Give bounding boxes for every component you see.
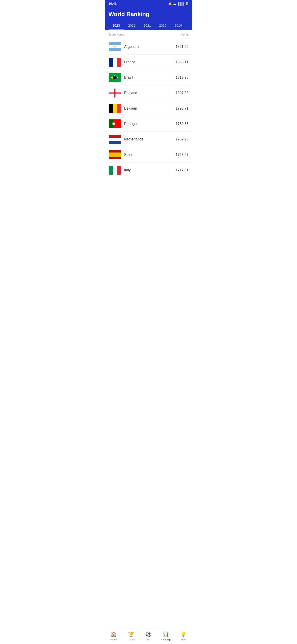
year-tab-2023[interactable]: 2023 xyxy=(109,21,124,30)
notification-icon: 🔔 xyxy=(168,2,172,5)
year-tabs: 202320222021202020192018 xyxy=(109,21,189,30)
points-value: 1739.83 xyxy=(176,122,189,126)
nav-label-ball: Ball xyxy=(146,638,150,641)
home-icon: 🏠 xyxy=(111,632,117,637)
flag-portugal xyxy=(109,120,121,128)
year-tab-2022[interactable]: 2022 xyxy=(124,21,139,30)
trophy-icon: 🏆 xyxy=(128,632,134,637)
status-icons: 🔔 ☁ ▐▐▐ 🔋 xyxy=(168,2,189,5)
year-tab-2021[interactable]: 2021 xyxy=(139,21,155,30)
table-row[interactable]: England1807.88 xyxy=(105,86,192,101)
table-row[interactable]: Netherlands1739.26 xyxy=(105,132,192,147)
nav-item-rankings[interactable]: 📊Rankings xyxy=(157,630,175,642)
points-value: 1739.26 xyxy=(176,137,189,141)
country-name: England xyxy=(124,91,173,95)
country-name: Brazil xyxy=(124,76,173,80)
team-name-header: Team Name xyxy=(109,33,124,36)
column-headers: Team Name Points xyxy=(105,30,192,39)
table-row[interactable]: Argentina1861.29 xyxy=(105,39,192,54)
table-row[interactable]: Belgium1793.71 xyxy=(105,101,192,116)
nav-item-home[interactable]: 🏠Home xyxy=(105,630,122,642)
flag-netherlands xyxy=(109,135,121,144)
status-bar: 10:41 🔔 ☁ ▐▐▐ 🔋 xyxy=(105,0,192,7)
battery-icon: 🔋 xyxy=(185,2,189,5)
nav-item-trophy[interactable]: 🏆Trophy xyxy=(122,630,140,642)
flag-france xyxy=(109,58,121,67)
flag-brazil xyxy=(109,73,121,82)
country-name: Spain xyxy=(124,153,173,157)
country-name: Belgium xyxy=(124,106,173,110)
nav-item-ball[interactable]: ⚽Ball xyxy=(140,630,157,642)
flag-spain xyxy=(109,150,121,159)
points-value: 1861.29 xyxy=(176,45,189,49)
table-row[interactable]: Brazil1812.20 xyxy=(105,70,192,86)
country-name: Portugal xyxy=(124,122,173,126)
flag-england xyxy=(109,88,121,98)
signal-icon: ▐▐▐ xyxy=(177,2,184,5)
nav-label-home: Home xyxy=(110,638,117,641)
year-tab-2019[interactable]: 2019 xyxy=(171,21,186,30)
rankings-list: Argentina1861.29France1853.11Brazil1812.… xyxy=(105,39,192,628)
points-value: 1853.11 xyxy=(176,60,189,64)
page-title: World Ranking xyxy=(109,11,189,21)
status-time: 10:41 xyxy=(109,2,117,5)
points-header: Points xyxy=(180,33,188,36)
table-row[interactable]: Spain1725.97 xyxy=(105,147,192,162)
table-row[interactable]: Portugal1739.83 xyxy=(105,116,192,132)
points-value: 1725.97 xyxy=(176,153,189,157)
table-row[interactable]: France1853.11 xyxy=(105,54,192,70)
rankings-icon: 📊 xyxy=(163,632,169,637)
points-value: 1793.71 xyxy=(176,106,189,110)
table-row[interactable]: Italy1717.81 xyxy=(105,162,192,178)
flag-italy xyxy=(109,166,121,175)
header: World Ranking 202320222021202020192018 xyxy=(105,7,192,30)
points-value: 1717.81 xyxy=(176,168,189,172)
year-tab-2018[interactable]: 2018 xyxy=(186,21,188,30)
nav-label-trophy: Trophy xyxy=(127,638,135,641)
stats-icon: 💡 xyxy=(180,632,186,637)
bottom-nav: 🏠Home🏆Trophy⚽Ball📊Rankings💡Stats xyxy=(105,628,192,644)
year-tab-2020[interactable]: 2020 xyxy=(155,21,171,30)
nav-label-rankings: Rankings xyxy=(161,638,171,641)
country-name: Netherlands xyxy=(124,137,173,141)
points-value: 1812.20 xyxy=(176,76,189,80)
nav-label-stats: Stats xyxy=(181,638,186,641)
ball-icon: ⚽ xyxy=(145,632,152,637)
cloud-icon: ☁ xyxy=(173,2,176,5)
nav-item-stats[interactable]: 💡Stats xyxy=(175,630,192,642)
country-name: France xyxy=(124,60,173,64)
country-name: Italy xyxy=(124,168,173,172)
flag-belgium xyxy=(109,104,121,113)
country-name: Argentina xyxy=(124,45,173,49)
points-value: 1807.88 xyxy=(176,91,189,95)
flag-argentina xyxy=(109,42,121,51)
